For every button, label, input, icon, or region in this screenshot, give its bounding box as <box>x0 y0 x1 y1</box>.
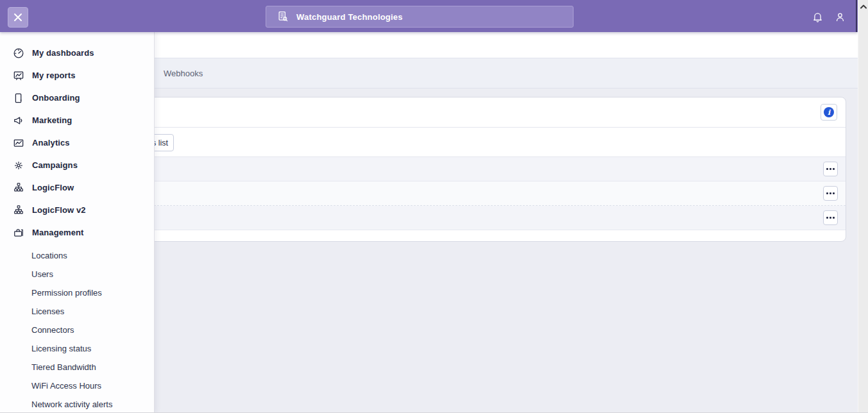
app-window: Webhooks i s list <box>0 0 868 413</box>
sidebar-item-label: Marketing <box>32 115 72 125</box>
sidebar-item-label: Campaigns <box>32 160 78 170</box>
sidebar-item-onboarding[interactable]: Onboarding <box>0 87 154 109</box>
info-button[interactable]: i <box>821 104 837 121</box>
sidebar-item-logicflow[interactable]: LogicFlow <box>0 176 154 199</box>
megaphone-icon <box>12 114 25 127</box>
sidebar-item-analytics[interactable]: Analytics <box>0 131 154 154</box>
top-app-bar: Watchguard Technologies <box>0 0 858 32</box>
page-scrollbar[interactable] <box>858 0 868 413</box>
row-actions-button[interactable] <box>823 186 838 201</box>
toolbox-icon <box>12 226 25 239</box>
sidebar-item-management[interactable]: Management <box>0 221 154 244</box>
ellipsis-icon <box>826 192 828 194</box>
sidebar-item-label: My reports <box>32 71 75 80</box>
sidebar-item-marketing[interactable]: Marketing <box>0 109 154 131</box>
sidebar-item-users[interactable]: Users <box>0 265 154 283</box>
sidebar-item-label: Onboarding <box>32 93 80 103</box>
sidebar-item-label: LogicFlow v2 <box>32 205 86 215</box>
ellipsis-icon <box>826 168 828 170</box>
flow-icon <box>12 204 25 217</box>
row-actions-button[interactable] <box>823 210 838 225</box>
management-sub-list: Locations Users Permission profiles Lice… <box>0 246 154 413</box>
info-icon: i <box>824 107 834 117</box>
sidebar-item-label: Analytics <box>32 138 70 148</box>
chevron-up-icon <box>860 4 867 9</box>
campaigns-icon <box>12 159 25 172</box>
notifications-bell-icon[interactable] <box>812 11 824 23</box>
sidebar-item-logicflow-v2[interactable]: LogicFlow v2 <box>0 199 154 221</box>
sidebar-item-tiered-bandwidth[interactable]: Tiered Bandwidth <box>0 358 154 376</box>
row-actions-button[interactable] <box>823 162 838 176</box>
close-icon <box>13 12 23 22</box>
scroll-up-arrow[interactable] <box>858 2 868 11</box>
tab-webhooks[interactable]: Webhooks <box>164 58 203 89</box>
dashboard-icon <box>12 47 25 60</box>
organization-icon <box>277 10 289 23</box>
sidebar-item-my-reports[interactable]: My reports <box>0 64 154 87</box>
window-edge <box>856 0 857 32</box>
ellipsis-icon <box>826 217 828 219</box>
account-selector-button[interactable]: Watchguard Technologies <box>266 6 574 28</box>
flow-icon <box>12 181 25 194</box>
close-menu-button[interactable] <box>8 7 28 28</box>
navigation-drawer: My dashboards My reports Onboarding Mark… <box>0 32 155 413</box>
sidebar-item-permission-profiles[interactable]: Permission profiles <box>0 283 154 302</box>
sidebar-item-label: Management <box>32 228 83 237</box>
sidebar-item-label: My dashboards <box>32 48 94 58</box>
sidebar-item-wifi-access-hours[interactable]: WiFi Access Hours <box>0 376 154 395</box>
user-account-icon[interactable] <box>834 11 846 23</box>
reports-icon <box>12 69 25 82</box>
sidebar-item-locations[interactable]: Locations <box>0 246 154 265</box>
sidebar-item-connectors[interactable]: Connectors <box>0 321 154 339</box>
analytics-icon <box>12 137 25 149</box>
onboarding-icon <box>12 92 25 105</box>
sidebar-item-campaigns[interactable]: Campaigns <box>0 154 154 176</box>
account-name: Watchguard Technologies <box>296 12 403 22</box>
sidebar-item-my-dashboards[interactable]: My dashboards <box>0 42 154 64</box>
sidebar-item-licensing-status[interactable]: Licensing status <box>0 339 154 358</box>
sidebar-item-label: LogicFlow <box>32 183 74 192</box>
sidebar-item-network-activity-alerts[interactable]: Network activity alerts <box>0 395 154 413</box>
sidebar-item-licenses[interactable]: Licenses <box>0 302 154 321</box>
